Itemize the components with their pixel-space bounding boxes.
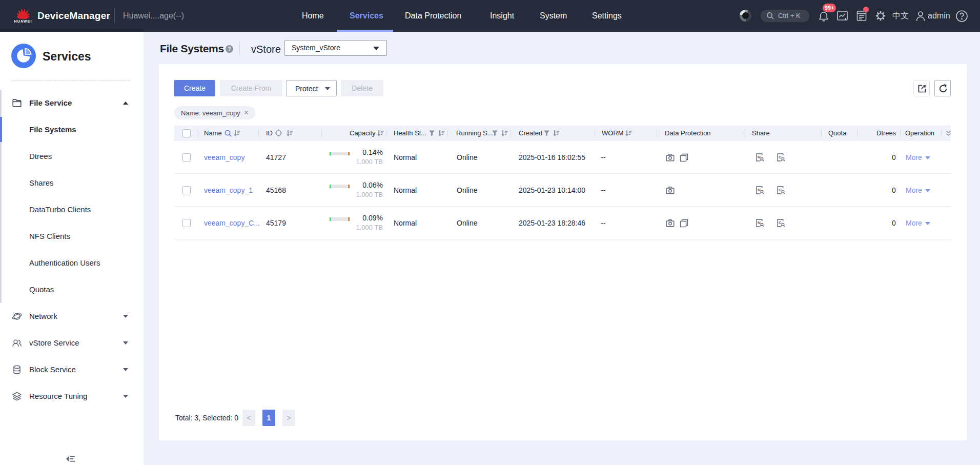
svg-text:N: N [758,188,761,192]
svg-text:C: C [779,155,782,159]
svg-text:C: C [779,188,782,192]
svg-text:N: N [758,220,761,225]
svg-text:C: C [779,220,782,225]
svg-text:N: N [758,155,761,159]
